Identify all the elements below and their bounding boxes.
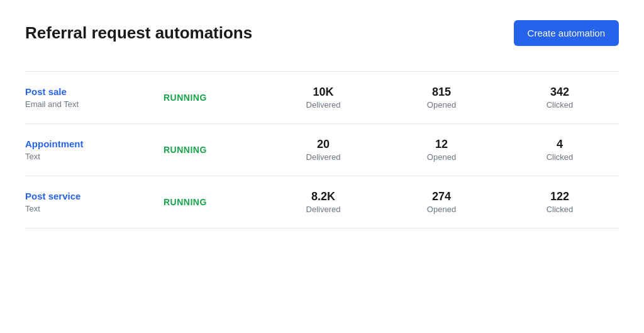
automation-type: Email and Text (25, 99, 164, 109)
opened-stat: 274 Opened (382, 190, 501, 214)
automation-status-col: RUNNING (164, 92, 264, 103)
status-badge: RUNNING (164, 145, 207, 155)
clicked-stat: 4 Clicked (501, 138, 619, 162)
table-row: Post service Text RUNNING 8.2K Delivered… (25, 176, 619, 229)
header-row: Referral request automations Create auto… (25, 20, 619, 46)
clicked-label: Clicked (501, 100, 619, 110)
delivered-label: Delivered (264, 152, 382, 162)
automation-name-col: Post sale Email and Text (25, 86, 164, 109)
opened-value: 12 (382, 138, 501, 151)
status-badge: RUNNING (164, 93, 207, 103)
page-title: Referral request automations (25, 23, 252, 43)
table-row: Post sale Email and Text RUNNING 10K Del… (25, 71, 619, 123)
delivered-stat: 8.2K Delivered (264, 190, 382, 214)
automation-name[interactable]: Post sale (25, 86, 164, 97)
automation-name[interactable]: Appointment (25, 138, 164, 149)
automation-type: Text (25, 152, 164, 161)
automation-name-col: Appointment Text (25, 138, 164, 161)
clicked-value: 4 (501, 138, 619, 151)
clicked-stat: 342 Clicked (501, 86, 619, 110)
opened-label: Opened (382, 100, 501, 110)
opened-stat: 12 Opened (382, 138, 501, 162)
opened-label: Opened (382, 205, 501, 214)
page-container: Referral request automations Create auto… (0, 0, 644, 249)
automation-status-col: RUNNING (164, 144, 264, 155)
delivered-label: Delivered (264, 205, 382, 214)
automation-type: Text (25, 204, 164, 213)
create-automation-button[interactable]: Create automation (514, 20, 619, 46)
opened-stat: 815 Opened (382, 86, 501, 110)
clicked-value: 342 (501, 86, 619, 99)
automation-status-col: RUNNING (164, 196, 264, 208)
clicked-label: Clicked (501, 205, 619, 214)
clicked-label: Clicked (501, 152, 619, 162)
opened-value: 815 (382, 86, 501, 99)
clicked-value: 122 (501, 190, 619, 203)
table-row: Appointment Text RUNNING 20 Delivered 12… (25, 123, 619, 176)
delivered-value: 8.2K (264, 190, 382, 203)
automations-table: Post sale Email and Text RUNNING 10K Del… (25, 71, 619, 229)
automation-name-col: Post service Text (25, 191, 164, 213)
delivered-label: Delivered (264, 100, 382, 110)
delivered-value: 20 (264, 138, 382, 151)
delivered-value: 10K (264, 86, 382, 99)
delivered-stat: 20 Delivered (264, 138, 382, 162)
status-badge: RUNNING (164, 197, 207, 207)
opened-label: Opened (382, 152, 501, 162)
delivered-stat: 10K Delivered (264, 86, 382, 110)
automation-name[interactable]: Post service (25, 191, 164, 201)
opened-value: 274 (382, 190, 501, 203)
clicked-stat: 122 Clicked (501, 190, 619, 214)
